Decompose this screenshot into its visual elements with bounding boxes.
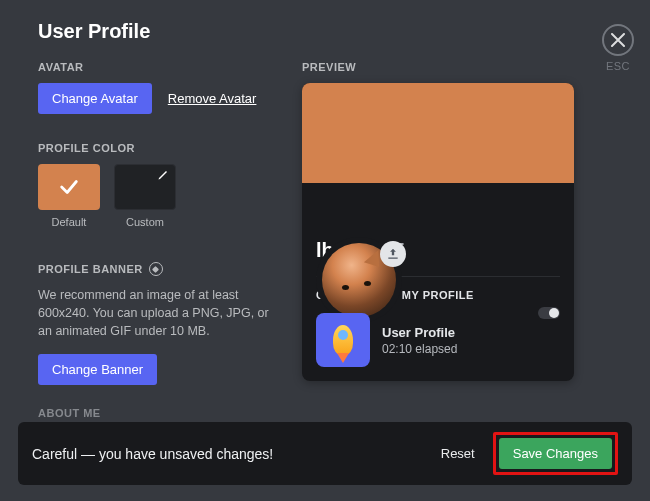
activity-icon bbox=[316, 313, 370, 367]
profile-banner-section-label: PROFILE BANNER bbox=[38, 262, 276, 276]
profile-color-custom-caption: Custom bbox=[126, 216, 164, 228]
page-title: User Profile bbox=[38, 20, 612, 43]
preview-section-label: PREVIEW bbox=[302, 61, 612, 73]
reset-button[interactable]: Reset bbox=[431, 438, 485, 469]
pencil-icon bbox=[157, 169, 169, 184]
rocket-icon bbox=[333, 325, 353, 355]
profile-color-default-caption: Default bbox=[52, 216, 87, 228]
profile-banner-help: We recommend an image of at least 600x24… bbox=[38, 286, 276, 340]
preview-column: PREVIEW lhw bbox=[302, 61, 612, 419]
settings-column: AVATAR Change Avatar Remove Avatar PROFI… bbox=[38, 61, 276, 419]
upload-avatar-badge[interactable] bbox=[380, 241, 406, 267]
change-avatar-button[interactable]: Change Avatar bbox=[38, 83, 152, 114]
close-button[interactable] bbox=[602, 24, 634, 56]
profile-color-custom-swatch[interactable] bbox=[114, 164, 176, 210]
status-indicator bbox=[538, 307, 560, 319]
about-me-section-label: ABOUT ME bbox=[38, 407, 276, 419]
activity-elapsed: 02:10 elapsed bbox=[382, 342, 457, 356]
upload-icon bbox=[386, 247, 400, 261]
save-changes-button[interactable]: Save Changes bbox=[499, 438, 612, 469]
unsaved-warning-text: Careful — you have unsaved changes! bbox=[32, 446, 431, 462]
close-icon bbox=[611, 33, 625, 47]
nitro-icon bbox=[149, 262, 163, 276]
esc-hint: ESC bbox=[606, 60, 630, 72]
change-banner-button[interactable]: Change Banner bbox=[38, 354, 157, 385]
avatar-section-label: AVATAR bbox=[38, 61, 276, 73]
profile-banner-preview bbox=[302, 83, 574, 183]
profile-color-section-label: PROFILE COLOR bbox=[38, 142, 276, 154]
check-icon bbox=[58, 176, 80, 198]
save-highlight-box: Save Changes bbox=[493, 432, 618, 475]
remove-avatar-link[interactable]: Remove Avatar bbox=[168, 91, 257, 106]
unsaved-changes-bar: Careful — you have unsaved changes! Rese… bbox=[18, 422, 632, 485]
activity-title: User Profile bbox=[382, 325, 457, 340]
profile-color-default-swatch[interactable] bbox=[38, 164, 100, 210]
profile-preview-card: lhw#6335 CUSTOMIZING MY PROFILE User Pro bbox=[302, 83, 574, 381]
activity-row: User Profile 02:10 elapsed bbox=[316, 313, 560, 367]
